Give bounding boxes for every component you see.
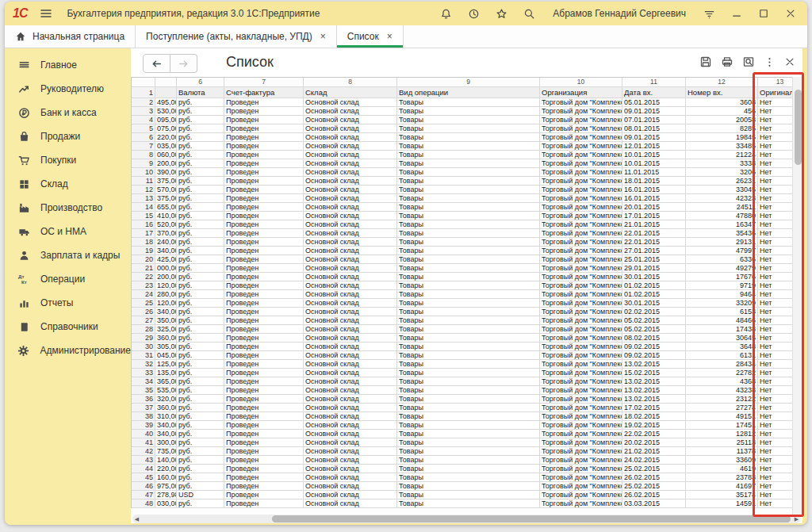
number-in-cell[interactable]: 25113 bbox=[686, 438, 758, 447]
status-cell[interactable]: Проведен bbox=[224, 107, 304, 116]
column-number-cell[interactable]: 8 bbox=[304, 78, 397, 87]
currency-cell[interactable]: руб. bbox=[177, 247, 224, 255]
warehouse-cell[interactable]: Основной склад bbox=[304, 491, 397, 499]
date-in-cell[interactable]: 19.02.2015 bbox=[622, 421, 686, 430]
status-cell[interactable]: Проведен bbox=[224, 203, 304, 212]
currency-cell[interactable]: руб. bbox=[177, 456, 224, 465]
row-number-cell[interactable]: 22 bbox=[132, 273, 155, 281]
more-icon[interactable] bbox=[763, 55, 776, 69]
status-cell[interactable]: Проведен bbox=[224, 220, 304, 229]
save-icon[interactable] bbox=[699, 55, 713, 69]
date-in-cell[interactable]: 17.02.2015 bbox=[622, 404, 686, 412]
warehouse-cell[interactable]: Основной склад bbox=[304, 447, 397, 456]
status-cell[interactable]: Проведен bbox=[224, 281, 304, 290]
amount-cell[interactable]: 200,00 bbox=[155, 159, 177, 168]
organization-cell[interactable]: Торговый дом "Комплексный" bbox=[540, 290, 622, 299]
warehouse-cell[interactable]: Основной склад bbox=[304, 290, 397, 299]
status-cell[interactable]: Проведен bbox=[224, 360, 304, 369]
row-number-cell[interactable]: 9 bbox=[132, 159, 155, 168]
date-in-cell[interactable]: 05.01.2015 bbox=[622, 98, 686, 107]
back-button[interactable] bbox=[143, 54, 170, 73]
date-in-cell[interactable]: 03.03.2015 bbox=[622, 499, 686, 508]
row-number-cell[interactable]: 12 bbox=[132, 186, 155, 194]
organization-cell[interactable]: Торговый дом "Комплексный" bbox=[540, 212, 622, 220]
service-menu-icon[interactable] bbox=[703, 8, 715, 20]
date-in-cell[interactable]: 10.01.2015 bbox=[622, 159, 686, 168]
number-in-cell[interactable]: 9464 bbox=[686, 290, 758, 299]
column-number-cell[interactable] bbox=[155, 78, 177, 87]
number-in-cell[interactable]: 11378 bbox=[686, 447, 758, 456]
currency-cell[interactable]: руб. bbox=[177, 343, 224, 351]
date-in-cell[interactable]: 15.02.2015 bbox=[622, 369, 686, 377]
amount-cell[interactable]: 120,00 bbox=[155, 281, 177, 290]
status-cell[interactable]: Проведен bbox=[224, 177, 304, 186]
warehouse-cell[interactable]: Основной склад bbox=[304, 229, 397, 238]
date-in-cell[interactable]: 01.02.2015 bbox=[622, 281, 686, 290]
currency-cell[interactable]: руб. bbox=[177, 334, 224, 343]
warehouse-cell[interactable]: Основной склад bbox=[304, 151, 397, 159]
currency-cell[interactable]: руб. bbox=[177, 377, 224, 386]
amount-cell[interactable]: 045,00 bbox=[155, 351, 177, 360]
row-number-cell[interactable]: 32 bbox=[132, 360, 155, 369]
number-in-cell[interactable]: 27274 bbox=[686, 404, 758, 412]
number-in-cell[interactable]: 30645 bbox=[686, 334, 758, 343]
minimize-icon[interactable] bbox=[731, 8, 742, 19]
organization-cell[interactable]: Торговый дом "Комплексный" bbox=[540, 377, 622, 386]
row-number-cell[interactable]: 15 bbox=[132, 212, 155, 220]
amount-cell[interactable]: 535,00 bbox=[155, 386, 177, 395]
currency-cell[interactable]: руб. bbox=[177, 395, 224, 404]
date-in-cell[interactable]: 30.01.2015 bbox=[622, 299, 686, 308]
row-number-cell[interactable]: 1 bbox=[132, 87, 155, 98]
print-icon[interactable] bbox=[720, 55, 734, 69]
forward-button[interactable] bbox=[170, 54, 197, 73]
warehouse-cell[interactable]: Основной склад bbox=[304, 281, 397, 290]
amount-cell[interactable]: 530,00 bbox=[155, 107, 177, 116]
row-number-cell[interactable]: 7 bbox=[132, 142, 155, 151]
amount-cell[interactable]: 280,00 bbox=[155, 290, 177, 299]
currency-cell[interactable]: руб. bbox=[177, 238, 224, 247]
operation-cell[interactable]: Товары bbox=[397, 369, 540, 377]
number-in-cell[interactable]: 4368 bbox=[686, 377, 758, 386]
row-number-cell[interactable]: 14 bbox=[132, 203, 155, 212]
date-in-cell[interactable]: 20.02.2015 bbox=[622, 438, 686, 447]
organization-cell[interactable]: Торговый дом "Комплексный" bbox=[540, 229, 622, 238]
organization-cell[interactable]: Торговый дом "Комплексный" bbox=[540, 473, 622, 482]
currency-cell[interactable]: руб. bbox=[177, 316, 224, 325]
warehouse-cell[interactable]: Основной склад bbox=[304, 395, 397, 404]
organization-cell[interactable]: Торговый дом "Комплексный" bbox=[540, 186, 622, 194]
currency-cell[interactable]: руб. bbox=[177, 168, 224, 177]
row-number-cell[interactable]: 17 bbox=[132, 229, 155, 238]
organization-cell[interactable]: Торговый дом "Комплексный" bbox=[540, 220, 622, 229]
amount-cell[interactable]: 240,00 bbox=[155, 238, 177, 247]
warehouse-cell[interactable]: Основной склад bbox=[304, 168, 397, 177]
operation-cell[interactable]: Товары bbox=[397, 281, 540, 290]
currency-cell[interactable]: руб. bbox=[177, 229, 224, 238]
status-cell[interactable]: Проведен bbox=[224, 491, 304, 499]
organization-cell[interactable]: Торговый дом "Комплексный" bbox=[540, 273, 622, 281]
operation-cell[interactable]: Товары bbox=[397, 203, 540, 212]
amount-cell[interactable]: 305,00 bbox=[155, 343, 177, 351]
row-number-cell[interactable]: 46 bbox=[132, 482, 155, 491]
operation-cell[interactable]: Товары bbox=[397, 124, 540, 133]
operation-cell[interactable]: Товары bbox=[397, 421, 540, 430]
number-in-cell[interactable]: 43238 bbox=[686, 386, 758, 395]
number-in-cell[interactable]: 14591 bbox=[686, 499, 758, 508]
row-number-cell[interactable]: 38 bbox=[132, 412, 155, 421]
organization-cell[interactable]: Торговый дом "Комплексный" bbox=[540, 421, 622, 430]
organization-cell[interactable]: Торговый дом "Комплексный" bbox=[540, 264, 622, 273]
status-cell[interactable]: Проведен bbox=[224, 438, 304, 447]
operation-cell[interactable]: Вид операции bbox=[397, 87, 540, 98]
operation-cell[interactable]: Товары bbox=[397, 229, 540, 238]
operation-cell[interactable]: Товары bbox=[397, 220, 540, 229]
organization-cell[interactable]: Торговый дом "Комплексный" bbox=[540, 325, 622, 334]
warehouse-cell[interactable]: Основной склад bbox=[304, 377, 397, 386]
row-number-cell[interactable]: 39 bbox=[132, 421, 155, 430]
sidebar-item-склад[interactable]: Склад bbox=[5, 172, 131, 196]
number-in-cell[interactable]: 8285 bbox=[686, 124, 758, 133]
amount-cell[interactable]: 520,00 bbox=[155, 220, 177, 229]
date-in-cell[interactable]: 08.02.2015 bbox=[622, 334, 686, 343]
currency-cell[interactable]: руб. bbox=[177, 482, 224, 491]
date-in-cell[interactable]: 20.01.2015 bbox=[622, 203, 686, 212]
amount-cell[interactable]: 278,98 bbox=[155, 491, 177, 499]
operation-cell[interactable]: Товары bbox=[397, 238, 540, 247]
